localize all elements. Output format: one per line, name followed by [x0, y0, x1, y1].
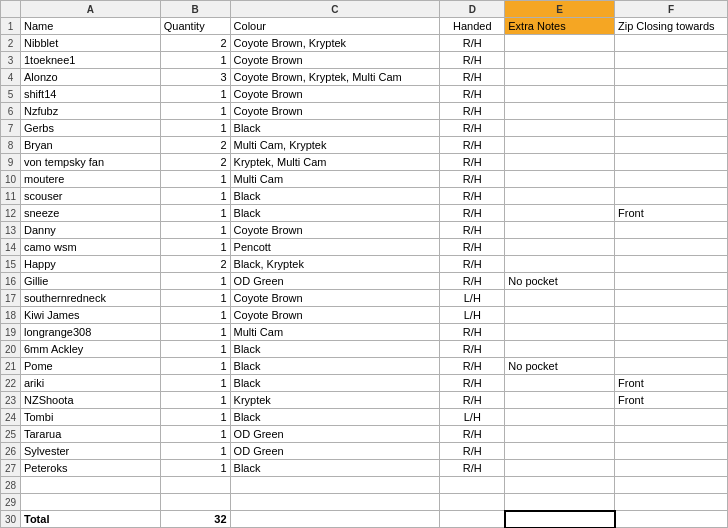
cell-quantity: 1: [160, 341, 230, 358]
cell-name: sneeze: [20, 205, 160, 222]
header-zip-closing: Zip Closing towards: [615, 18, 728, 35]
cell-zip-closing: Front: [615, 205, 728, 222]
row-num-25: 25: [1, 426, 21, 443]
column-letters-row: A B C D E F: [1, 1, 728, 18]
cell-colour: OD Green: [230, 273, 440, 290]
cell-quantity: 1: [160, 52, 230, 69]
cell-colour: [230, 494, 440, 511]
cell-handed: [440, 494, 505, 511]
header-name: Name: [20, 18, 160, 35]
cell-zip-closing: [615, 256, 728, 273]
cell-colour: Coyote Brown, Kryptek, Multi Cam: [230, 69, 440, 86]
row-num-27: 27: [1, 460, 21, 477]
cell-colour: Multi Cam, Kryptek: [230, 137, 440, 154]
row-num-16: 16: [1, 273, 21, 290]
cell-name: camo wsm: [20, 239, 160, 256]
cell-name: 6mm Ackley: [20, 341, 160, 358]
header-colour: Colour: [230, 18, 440, 35]
col-letter-f: F: [615, 1, 728, 18]
cell-colour: Black: [230, 205, 440, 222]
cell-colour: Coyote Brown: [230, 222, 440, 239]
cell-extra-notes: [505, 494, 615, 511]
cell-zip-closing: [615, 137, 728, 154]
cell-zip-closing: [615, 86, 728, 103]
cell-name: Tombi: [20, 409, 160, 426]
row-num-28: 28: [1, 477, 21, 494]
cell-handed: R/H: [440, 86, 505, 103]
cell-handed: R/H: [440, 460, 505, 477]
cell-zip-closing: [615, 273, 728, 290]
row-num-17: 17: [1, 290, 21, 307]
cell-colour: Multi Cam: [230, 171, 440, 188]
cell-colour: [230, 477, 440, 494]
row-num-26: 26: [1, 443, 21, 460]
cell-name: shift14: [20, 86, 160, 103]
cell-extra-notes: [505, 86, 615, 103]
cell-handed: L/H: [440, 290, 505, 307]
cell-extra-notes: [505, 171, 615, 188]
cell-quantity: 1: [160, 460, 230, 477]
cell-quantity: 2: [160, 256, 230, 273]
cell-name: Alonzo: [20, 69, 160, 86]
cell-colour: Coyote Brown: [230, 307, 440, 324]
cell-colour: Black: [230, 120, 440, 137]
cell-zip-closing: [615, 120, 728, 137]
table-row: 29: [1, 494, 728, 511]
row-num-23: 23: [1, 392, 21, 409]
cell-name: Peteroks: [20, 460, 160, 477]
row-num-6: 6: [1, 103, 21, 120]
cell-zip-closing: [615, 460, 728, 477]
cell-quantity: [160, 477, 230, 494]
cell-handed: R/H: [440, 358, 505, 375]
cell-extra-notes: [505, 324, 615, 341]
cell-handed: R/H: [440, 392, 505, 409]
cell-extra-notes: [505, 290, 615, 307]
cell-zip-closing: [615, 188, 728, 205]
cell-zip-closing: Front: [615, 375, 728, 392]
cell-extra-notes: No pocket: [505, 273, 615, 290]
cell-quantity: 1: [160, 358, 230, 375]
row-num-30: 30: [1, 511, 21, 528]
cell-name: Nzfubz: [20, 103, 160, 120]
table-row: 11scouser1BlackR/H: [1, 188, 728, 205]
cell-colour: Black: [230, 358, 440, 375]
cell-extra-notes: [505, 511, 615, 528]
cell-colour: Black: [230, 341, 440, 358]
table-row: 15Happy2Black, KryptekR/H: [1, 256, 728, 273]
row-num-5: 5: [1, 86, 21, 103]
cell-quantity: 2: [160, 35, 230, 52]
cell-colour: Kryptek: [230, 392, 440, 409]
cell-quantity: 1: [160, 171, 230, 188]
cell-quantity: 1: [160, 103, 230, 120]
table-row: 5shift141Coyote BrownR/H: [1, 86, 728, 103]
table-row: 25Tararua1OD GreenR/H: [1, 426, 728, 443]
table-row: 9von tempsky fan2Kryptek, Multi CamR/H: [1, 154, 728, 171]
table-body: 2Nibblet2Coyote Brown, KryptekR/H31toekn…: [1, 35, 728, 528]
cell-name: Bryan: [20, 137, 160, 154]
header-handed: Handed: [440, 18, 505, 35]
table-row: 23NZShoota1KryptekR/HFront: [1, 392, 728, 409]
row-num-19: 19: [1, 324, 21, 341]
cell-handed: [440, 511, 505, 528]
cell-zip-closing: [615, 511, 728, 528]
cell-handed: R/H: [440, 137, 505, 154]
cell-zip-closing: [615, 409, 728, 426]
cell-zip-closing: [615, 239, 728, 256]
row-num-8: 8: [1, 137, 21, 154]
cell-zip-closing: [615, 494, 728, 511]
cell-zip-closing: [615, 154, 728, 171]
header-extra-notes: Extra Notes: [505, 18, 615, 35]
cell-extra-notes: [505, 52, 615, 69]
table-row: 22ariki1BlackR/HFront: [1, 375, 728, 392]
cell-zip-closing: [615, 324, 728, 341]
cell-quantity: 1: [160, 222, 230, 239]
cell-zip-closing: [615, 307, 728, 324]
cell-handed: R/H: [440, 239, 505, 256]
row-num-13: 13: [1, 222, 21, 239]
cell-handed: [440, 477, 505, 494]
cell-name: Sylvester: [20, 443, 160, 460]
cell-extra-notes: [505, 392, 615, 409]
cell-handed: R/H: [440, 154, 505, 171]
cell-handed: R/H: [440, 341, 505, 358]
cell-name: [20, 477, 160, 494]
